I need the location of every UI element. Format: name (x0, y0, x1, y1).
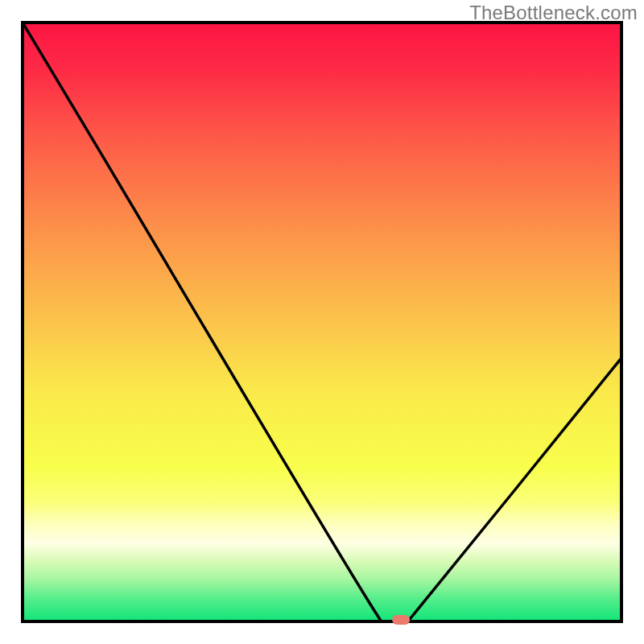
plot-background (23, 23, 621, 621)
bottleneck-chart (0, 0, 644, 644)
chart-container: TheBottleneck.com (0, 0, 644, 644)
watermark-text: TheBottleneck.com (469, 2, 638, 24)
optimal-marker (392, 615, 410, 625)
